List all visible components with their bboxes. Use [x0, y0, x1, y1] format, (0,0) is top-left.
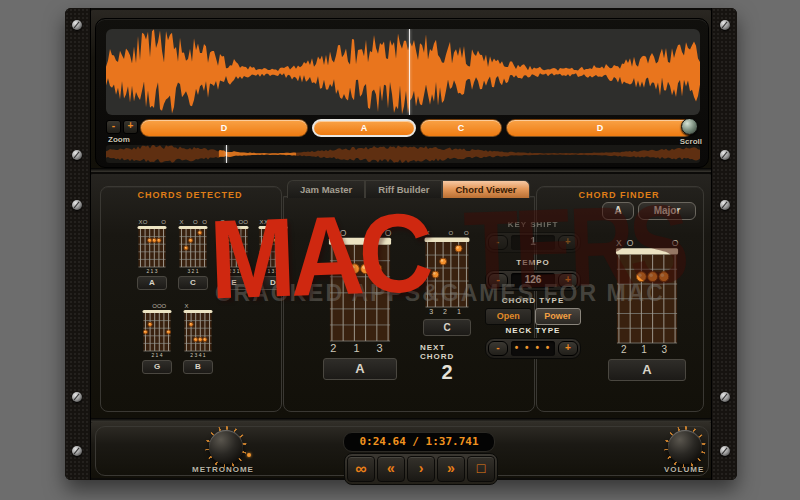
waveform-unit: - + Zoom DACD Scroll [95, 18, 709, 168]
zoom-in-button[interactable]: + [123, 120, 138, 134]
loop-button[interactable]: ∞ [347, 456, 375, 482]
playhead[interactable] [409, 29, 410, 115]
chord-strip: - + Zoom DACD Scroll [106, 119, 700, 141]
neck-type-title: NECK TYPE [485, 326, 581, 335]
watermark-main-text: MAC [208, 197, 430, 317]
svg-text:O: O [162, 303, 167, 309]
svg-text:O: O [143, 219, 148, 225]
transport-buttons: ∞«›»□ [344, 453, 498, 485]
rack-groove [90, 168, 712, 172]
neck-type-value: • • • • [511, 341, 555, 356]
transport-panel: METRONOME 0:24.64 / 1:37.741 ∞«›»□ VOLUM… [95, 426, 709, 476]
watermark-faded-text: TERS [463, 188, 687, 308]
current-chord-label: A [323, 358, 397, 380]
chord-fingering: 3 2 1 [429, 308, 465, 317]
screw-icon [72, 392, 82, 402]
transport-row: METRONOME 0:24.64 / 1:37.741 ∞«›»□ VOLUM… [90, 422, 712, 478]
chord-diagram: XOO [136, 218, 168, 268]
chord-segment-a[interactable]: A [312, 119, 416, 137]
screw-icon [720, 446, 730, 456]
neck-type-plus-button[interactable]: + [558, 341, 578, 356]
scroll-knob[interactable] [681, 118, 698, 135]
screw-icon [72, 150, 82, 160]
chord-segments: DACD [140, 119, 694, 137]
chord-segment-d[interactable]: D [506, 119, 694, 137]
forward-button[interactable]: » [437, 456, 465, 482]
screw-icon [72, 20, 82, 30]
watermark: MACTERS [198, 187, 713, 317]
screw-icon [720, 200, 730, 210]
screw-icon [72, 200, 82, 210]
waveform-graphic [106, 29, 700, 115]
chord-label: A [137, 276, 167, 290]
zoom-label: Zoom [108, 135, 130, 144]
rewind-button[interactable]: « [377, 456, 405, 482]
volume-label: VOLUME [664, 465, 704, 474]
neck-type-group: NECK TYPE - • • • • + [485, 326, 581, 359]
svg-text:O: O [161, 219, 166, 225]
chord-fingering: 2 1 3 [146, 268, 157, 274]
screw-icon [720, 150, 730, 160]
chord-fingering: 2 1 3 [330, 342, 389, 355]
rack-ear-right [711, 8, 737, 480]
chord-segment-d[interactable]: D [140, 119, 308, 137]
app-window: - + Zoom DACD Scroll Jam Master [0, 0, 800, 500]
chord-fingering: 2 1 3 [621, 344, 673, 356]
waveform-row: - + Zoom DACD Scroll [90, 10, 712, 170]
screw-icon [720, 392, 730, 402]
svg-text:X: X [184, 303, 188, 309]
screw-icon [72, 446, 82, 456]
metronome-led [247, 453, 251, 457]
chord-fingering: 2 3 4 1 [190, 352, 205, 358]
zoom-controls: - + [106, 120, 138, 134]
screw-icon [720, 20, 730, 30]
play-button[interactable]: › [407, 456, 435, 482]
overview-playhead[interactable] [226, 145, 227, 163]
next-chord-caption: NEXT CHORD [420, 343, 474, 361]
svg-text:X: X [179, 219, 183, 225]
overview-graphic [106, 145, 700, 163]
chord-label: B [183, 360, 213, 374]
chord-fingering: 3 2 1 [187, 268, 198, 274]
finder-chord-label: A [608, 359, 686, 381]
waveform-display[interactable] [106, 29, 700, 115]
stop-button[interactable]: □ [467, 456, 495, 482]
chord-label: G [142, 360, 172, 374]
time-display: 0:24.64 / 1:37.741 [343, 432, 495, 452]
chord-fingering: 2 1 4 [151, 352, 162, 358]
rack-ear-left [65, 8, 91, 480]
chord-segment-c[interactable]: C [420, 119, 502, 137]
detected-chord-a[interactable]: XOO 2 1 3 A [136, 218, 168, 290]
zoom-out-button[interactable]: - [106, 120, 121, 134]
neck-type-stepper: - • • • • + [485, 338, 581, 359]
neck-type-minus-button[interactable]: - [488, 341, 508, 356]
next-chord-label: C [423, 319, 471, 336]
detected-chord-g[interactable]: OOO 2 1 4 G [141, 302, 173, 374]
overview-waveform[interactable] [106, 145, 700, 163]
next-chord-count: 2 [441, 361, 452, 384]
volume-knob[interactable] [668, 430, 702, 464]
chord-diagram: OOO [141, 302, 173, 352]
metronome-knob[interactable] [209, 430, 243, 464]
metronome-label: METRONOME [192, 465, 254, 474]
svg-text:O: O [193, 219, 198, 225]
